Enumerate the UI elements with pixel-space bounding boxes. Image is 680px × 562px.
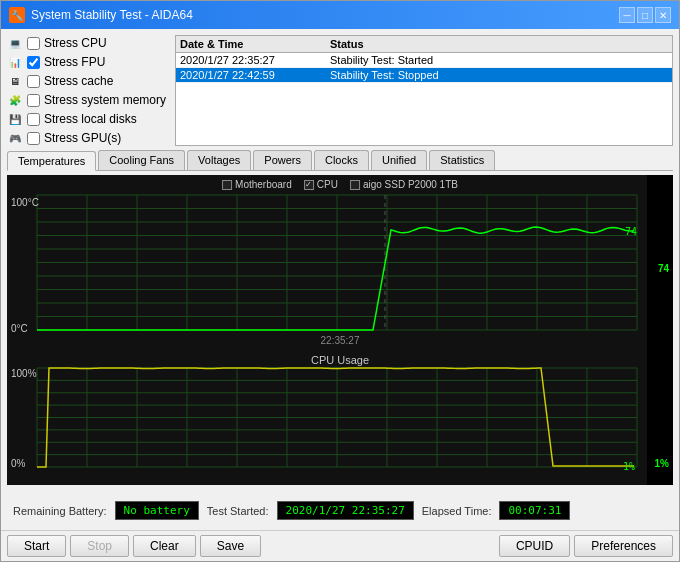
stop-button[interactable]: Stop — [70, 535, 129, 557]
cpuid-button[interactable]: CPUID — [499, 535, 570, 557]
title-bar-left: 🔧 System Stability Test - AIDA64 — [9, 7, 193, 23]
temp-y-top: 100°C — [11, 197, 39, 208]
title-bar: 🔧 System Stability Test - AIDA64 ─ □ ✕ — [1, 1, 679, 29]
cpu-chart: CPU Usage 100% 0% 1% — [7, 350, 673, 485]
main-window: 🔧 System Stability Test - AIDA64 ─ □ ✕ 💻… — [0, 0, 680, 562]
clear-button[interactable]: Clear — [133, 535, 196, 557]
log-header-datetime: Date & Time — [180, 38, 330, 50]
stress-cpu-label: Stress CPU — [44, 36, 107, 50]
stress-cache-item: 🖥 Stress cache — [7, 73, 167, 89]
top-section: 💻 Stress CPU 📊 Stress FPU 🖥 Stress cache… — [7, 35, 673, 146]
stress-cache-label: Stress cache — [44, 74, 113, 88]
log-cell-status-1: Stability Test: Started — [330, 54, 433, 66]
tab-unified[interactable]: Unified — [371, 150, 427, 170]
tabs-section: Temperatures Cooling Fans Voltages Power… — [7, 150, 673, 171]
app-icon: 🔧 — [9, 7, 25, 23]
minimize-button[interactable]: ─ — [619, 7, 635, 23]
legend-motherboard: Motherboard — [222, 179, 292, 190]
temp-chart-legend: Motherboard ✓ CPU aigo SSD P2000 1TB — [222, 179, 458, 190]
save-button[interactable]: Save — [200, 535, 261, 557]
stress-memory-checkbox[interactable] — [27, 94, 40, 107]
log-cell-status-2: Stability Test: Stopped — [330, 69, 439, 81]
fpu-icon: 📊 — [7, 54, 23, 70]
tab-voltages[interactable]: Voltages — [187, 150, 251, 170]
log-cell-datetime-1: 2020/1/27 22:35:27 — [180, 54, 330, 66]
tab-cooling-fans[interactable]: Cooling Fans — [98, 150, 185, 170]
cpu-checkbox: ✓ — [304, 180, 314, 190]
gpu-icon: 🎮 — [7, 130, 23, 146]
log-body: 2020/1/27 22:35:27 Stability Test: Start… — [176, 53, 672, 83]
cpu-value: 1% — [655, 458, 669, 469]
stress-fpu-item: 📊 Stress FPU — [7, 54, 167, 70]
temp-chart: Motherboard ✓ CPU aigo SSD P2000 1TB 100… — [7, 175, 673, 350]
title-bar-buttons: ─ □ ✕ — [619, 7, 671, 23]
battery-label: Remaining Battery: — [13, 505, 107, 517]
memory-icon: 🧩 — [7, 92, 23, 108]
stress-cache-checkbox[interactable] — [27, 75, 40, 88]
action-bar: Start Stop Clear Save CPUID Preferences — [1, 530, 679, 561]
stress-cpu-checkbox[interactable] — [27, 37, 40, 50]
temp-x-label: 22:35:27 — [321, 335, 360, 346]
stress-disks-checkbox[interactable] — [27, 113, 40, 126]
stress-gpu-item: 🎮 Stress GPU(s) — [7, 130, 167, 146]
close-button[interactable]: ✕ — [655, 7, 671, 23]
status-bar: Remaining Battery: No battery Test Start… — [7, 497, 673, 524]
ssd-checkbox — [350, 180, 360, 190]
window-title: System Stability Test - AIDA64 — [31, 8, 193, 22]
legend-motherboard-label: Motherboard — [235, 179, 292, 190]
temp-y-bottom: 0°C — [11, 323, 28, 334]
preferences-button[interactable]: Preferences — [574, 535, 673, 557]
tab-bar: Temperatures Cooling Fans Voltages Power… — [7, 150, 673, 171]
disks-icon: 💾 — [7, 111, 23, 127]
elapsed-label: Elapsed Time: — [422, 505, 492, 517]
cpu-y-top: 100% — [11, 368, 37, 379]
motherboard-checkbox — [222, 180, 232, 190]
legend-cpu: ✓ CPU — [304, 179, 338, 190]
stress-fpu-label: Stress FPU — [44, 55, 105, 69]
cache-icon: 🖥 — [7, 73, 23, 89]
stress-cpu-item: 💻 Stress CPU — [7, 35, 167, 51]
stress-gpu-label: Stress GPU(s) — [44, 131, 121, 145]
test-started-label: Test Started: — [207, 505, 269, 517]
tab-clocks[interactable]: Clocks — [314, 150, 369, 170]
cpu-chart-title: CPU Usage — [311, 354, 369, 366]
tab-statistics[interactable]: Statistics — [429, 150, 495, 170]
stress-options: 💻 Stress CPU 📊 Stress FPU 🖥 Stress cache… — [7, 35, 167, 146]
start-button[interactable]: Start — [7, 535, 66, 557]
legend-cpu-label: CPU — [317, 179, 338, 190]
tab-powers[interactable]: Powers — [253, 150, 312, 170]
legend-ssd-label: aigo SSD P2000 1TB — [363, 179, 458, 190]
log-table: Date & Time Status 2020/1/27 22:35:27 St… — [175, 35, 673, 146]
log-row-1[interactable]: 2020/1/27 22:35:27 Stability Test: Start… — [176, 53, 672, 68]
test-started-value: 2020/1/27 22:35:27 — [277, 501, 414, 520]
stress-disks-label: Stress local disks — [44, 112, 137, 126]
main-content: 💻 Stress CPU 📊 Stress FPU 🖥 Stress cache… — [1, 29, 679, 530]
action-left: Start Stop Clear Save — [7, 535, 261, 557]
elapsed-value: 00:07:31 — [499, 501, 570, 520]
stress-memory-item: 🧩 Stress system memory — [7, 92, 167, 108]
stress-gpu-checkbox[interactable] — [27, 132, 40, 145]
legend-ssd: aigo SSD P2000 1TB — [350, 179, 458, 190]
cpu-y-bottom: 0% — [11, 458, 25, 469]
stress-fpu-checkbox[interactable] — [27, 56, 40, 69]
battery-value: No battery — [115, 501, 199, 520]
log-header: Date & Time Status — [176, 36, 672, 53]
log-cell-datetime-2: 2020/1/27 22:42:59 — [180, 69, 330, 81]
log-row-2[interactable]: 2020/1/27 22:42:59 Stability Test: Stopp… — [176, 68, 672, 83]
log-header-status: Status — [330, 38, 364, 50]
maximize-button[interactable]: □ — [637, 7, 653, 23]
stress-disks-item: 💾 Stress local disks — [7, 111, 167, 127]
charts-area: Motherboard ✓ CPU aigo SSD P2000 1TB 100… — [7, 175, 673, 493]
stress-memory-label: Stress system memory — [44, 93, 166, 107]
cpu-icon: 💻 — [7, 35, 23, 51]
action-right: CPUID Preferences — [499, 535, 673, 557]
tab-temperatures[interactable]: Temperatures — [7, 151, 96, 171]
temp-value: 74 — [658, 263, 669, 274]
